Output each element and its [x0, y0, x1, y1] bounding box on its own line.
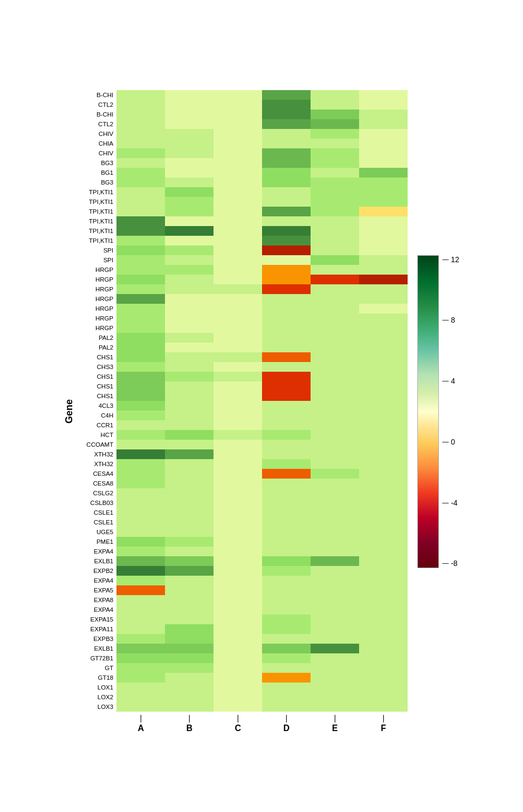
heatmap-cell — [165, 294, 214, 304]
row-label: CCR1 — [79, 420, 114, 430]
heatmap-row — [116, 197, 408, 207]
heatmap-cell — [359, 449, 408, 459]
heatmap-cell — [262, 168, 311, 178]
heatmap-row — [116, 313, 408, 323]
heatmap-cell — [165, 663, 214, 673]
heatmap-cell — [214, 479, 262, 488]
heatmap-cell — [165, 284, 214, 294]
row-label: CESA4 — [79, 469, 114, 479]
heatmap-cell — [214, 197, 262, 207]
heatmap-row — [116, 430, 408, 440]
heatmap-cell — [359, 537, 408, 547]
heatmap-cell — [311, 469, 359, 479]
heatmap-cell — [165, 158, 214, 168]
chart-container: Gene B-CHICTL2B-CHICTL2CHIVCHIACHIVBG3BG… — [0, 0, 523, 812]
heatmap-cell — [165, 275, 214, 284]
heatmap-cell — [262, 683, 311, 692]
heatmap-cell — [311, 323, 359, 333]
heatmap-row — [116, 323, 408, 333]
row-label: TPI,KTI1 — [79, 197, 114, 207]
heatmap-cell — [311, 634, 359, 644]
heatmap-cell — [214, 226, 262, 236]
row-label: HRGP — [79, 284, 114, 294]
heatmap-cell — [262, 139, 311, 148]
heatmap-cell — [214, 158, 262, 168]
heatmap-cell — [165, 469, 214, 479]
heatmap-cell — [262, 352, 311, 362]
x-axis-label: D — [262, 724, 311, 733]
heatmap-cell — [311, 343, 359, 352]
heatmap-cell — [116, 90, 165, 100]
heatmap-cell — [165, 488, 214, 498]
heatmap-cell — [359, 605, 408, 615]
heatmap-cell — [165, 449, 214, 459]
heatmap-cell — [359, 90, 408, 100]
row-label: EXPA4 — [79, 547, 114, 556]
heatmap-cell — [116, 420, 165, 430]
heatmap-cell — [165, 459, 214, 469]
heatmap-cell — [311, 624, 359, 634]
heatmap-cell — [359, 226, 408, 236]
colorbar-section: 12840-4-8 — [417, 255, 459, 568]
heatmap-cell — [116, 187, 165, 197]
row-label: CHS1 — [79, 381, 114, 391]
heatmap-cell — [311, 139, 359, 148]
x-tick-row: |||||| — [116, 714, 408, 722]
row-label: PAL2 — [79, 343, 114, 352]
heatmap-cell — [165, 119, 214, 129]
heatmap-cell — [311, 284, 359, 294]
heatmap-cell — [311, 216, 359, 226]
heatmap-cell — [214, 683, 262, 692]
heatmap-row — [116, 673, 408, 683]
heatmap-cell — [262, 90, 311, 100]
heatmap-cell — [311, 168, 359, 178]
heatmap-cell — [214, 245, 262, 255]
colorbar-tick-label: 4 — [442, 377, 459, 385]
heatmap-row — [116, 187, 408, 197]
heatmap-row — [116, 129, 408, 139]
heatmap-cell — [262, 236, 311, 245]
heatmap-cell — [214, 391, 262, 401]
heatmap-cell — [165, 624, 214, 634]
heatmap-row — [116, 440, 408, 449]
heatmap-cell — [311, 236, 359, 245]
x-tick-mark: | — [116, 714, 165, 722]
heatmap-row — [116, 245, 408, 255]
heatmap-cell — [311, 498, 359, 508]
heatmap-cell — [165, 556, 214, 566]
heatmap-row — [116, 207, 408, 216]
heatmap-cell — [165, 566, 214, 576]
heatmap-cell — [359, 381, 408, 391]
heatmap-cell — [214, 595, 262, 605]
heatmap-cell — [311, 110, 359, 119]
row-label: CTL2 — [79, 100, 114, 110]
heatmap-cell — [262, 624, 311, 634]
heatmap-cell — [116, 459, 165, 469]
heatmap-cell — [262, 178, 311, 187]
heatmap-cell — [214, 566, 262, 576]
heatmap-row — [116, 566, 408, 576]
heatmap-cell — [262, 479, 311, 488]
heatmap-cell — [359, 692, 408, 702]
heatmap-cell — [311, 537, 359, 547]
row-label: LOX2 — [79, 692, 114, 702]
heatmap-cell — [214, 498, 262, 508]
heatmap-cell — [359, 119, 408, 129]
heatmap-cell — [262, 576, 311, 585]
heatmap-cell — [214, 624, 262, 634]
row-label: CHIV — [79, 148, 114, 158]
heatmap-cell — [116, 391, 165, 401]
heatmap-row — [116, 479, 408, 488]
row-label: PAL2 — [79, 333, 114, 343]
heatmap-cell — [165, 139, 214, 148]
heatmap-cell — [116, 313, 165, 323]
heatmap-cell — [116, 381, 165, 391]
row-label: HRGP — [79, 323, 114, 333]
heatmap-cell — [214, 362, 262, 372]
heatmap-cell — [214, 275, 262, 284]
heatmap-row — [116, 391, 408, 401]
heatmap-row — [116, 265, 408, 275]
heatmap-cell — [359, 265, 408, 275]
colorbar-wrapper: 12840-4-8 — [417, 255, 459, 568]
heatmap-cell — [214, 148, 262, 158]
